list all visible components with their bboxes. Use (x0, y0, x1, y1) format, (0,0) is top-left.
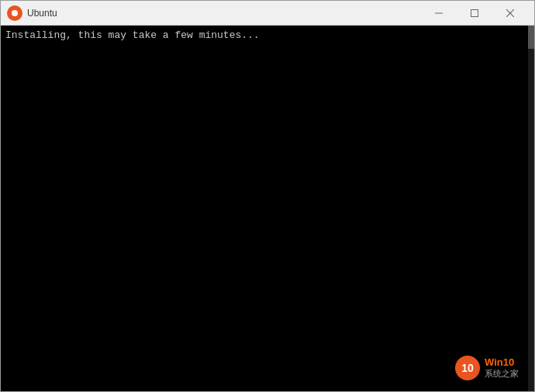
watermark-line2: 系统之家 (485, 368, 519, 380)
close-button[interactable] (492, 1, 528, 26)
watermark-logo: 10 (455, 356, 480, 380)
terminal-output: Installing, this may take a few minutes.… (5, 29, 530, 43)
window-controls (421, 1, 528, 26)
minimize-button[interactable] (421, 1, 457, 26)
watermark: 10 Win10 系统之家 (449, 352, 525, 383)
title-bar: Ubuntu (1, 1, 534, 26)
window-title: Ubuntu (27, 8, 421, 19)
ubuntu-icon (7, 5, 22, 21)
maximize-button[interactable] (457, 1, 492, 26)
svg-rect-0 (435, 12, 443, 13)
scrollbar-thumb[interactable] (528, 26, 534, 49)
watermark-line1: Win10 (485, 356, 519, 368)
watermark-text: Win10 系统之家 (485, 356, 519, 380)
main-window: Ubuntu Installing, this may take a f (0, 0, 535, 392)
scrollbar[interactable] (528, 26, 534, 391)
terminal-body: Installing, this may take a few minutes.… (1, 26, 534, 391)
svg-rect-1 (471, 9, 478, 16)
